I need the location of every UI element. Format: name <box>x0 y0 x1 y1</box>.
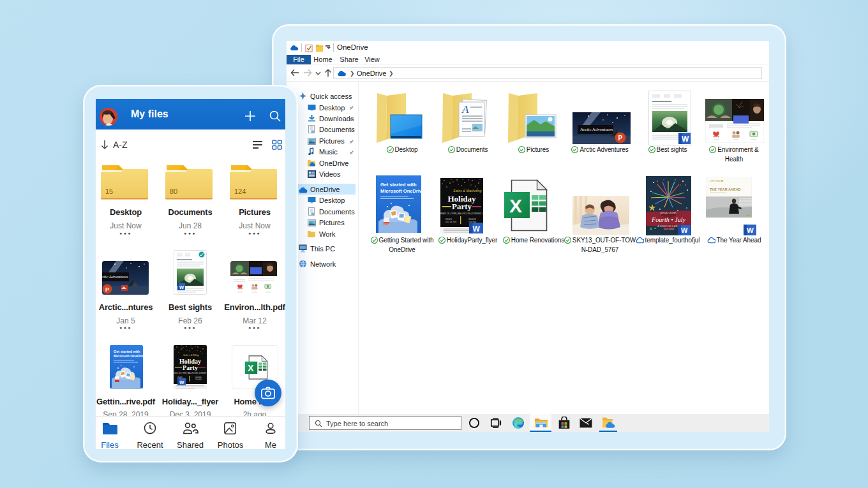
svg-text:X: X <box>248 363 254 373</box>
svg-text:W: W <box>473 225 481 233</box>
svg-text:The Hall: The Hall <box>195 378 202 381</box>
svg-text:Sales & Marketing: Sales & Marketing <box>453 189 483 193</box>
svg-text:124: 124 <box>234 188 246 195</box>
svg-text:rctic Adventures: rctic Adventures <box>102 274 128 279</box>
svg-text:Dec 18 7pm: Dec 18 7pm <box>445 221 457 223</box>
svg-text:W: W <box>747 226 754 234</box>
svg-text:Get started with: Get started with <box>114 350 140 353</box>
svg-text:W: W <box>682 135 689 144</box>
svg-text:ANNUAL CELEBR.: ANNUAL CELEBR. <box>661 212 677 214</box>
svg-text:Party: Party <box>452 202 472 211</box>
svg-text:P: P <box>105 286 109 293</box>
svg-text:Microsoft OneDrive: Microsoft OneDrive <box>114 354 143 358</box>
svg-text:DECEMBER 18 | 7PM | BALLROOM |: DECEMBER 18 | 7PM | BALLROOM | DINNER | … <box>440 212 483 215</box>
svg-text:DEC 18 | 7PM | BALLROOM | DINN: DEC 18 | 7PM | BALLROOM | DINNER <box>174 372 206 374</box>
svg-text:Arctic Adventures: Arctic Adventures <box>580 127 613 132</box>
svg-text:W: W <box>179 380 184 385</box>
svg-text:PDF: PDF <box>384 223 390 226</box>
svg-text:P: P <box>618 135 623 142</box>
svg-text:Fourth • July: Fourth • July <box>651 216 685 223</box>
svg-text:Get started with: Get started with <box>380 182 417 188</box>
svg-text:Microsoft OneDrive: Microsoft OneDrive <box>380 188 421 194</box>
svg-text:THE YEAR AHEAD: THE YEAR AHEAD <box>710 188 741 191</box>
svg-text:Sales & Mktg: Sales & Mktg <box>183 353 199 357</box>
svg-text:W: W <box>179 285 184 290</box>
svg-text:OXFORD: OXFORD <box>710 179 721 182</box>
svg-text:80: 80 <box>170 188 177 195</box>
svg-text:X: X <box>509 195 522 216</box>
svg-text:JULY 4 2020: JULY 4 2020 <box>664 228 674 230</box>
svg-text:W: W <box>681 226 688 234</box>
svg-text:Party: Party <box>183 364 198 371</box>
svg-text:A: A <box>461 103 469 115</box>
svg-text:15: 15 <box>105 188 113 195</box>
